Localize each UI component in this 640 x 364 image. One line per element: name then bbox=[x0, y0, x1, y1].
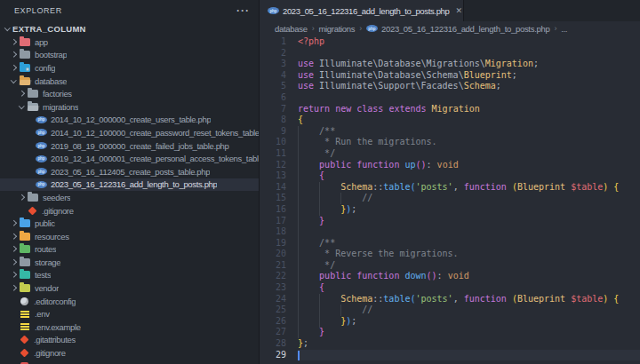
code-token: { bbox=[613, 182, 619, 192]
breadcrumb-item[interactable]: database bbox=[275, 24, 308, 34]
code-token bbox=[298, 327, 319, 336]
code-token: Blueprint bbox=[517, 182, 565, 192]
line-number-gutter: 1234567891011121314151617181920212223242… bbox=[260, 36, 286, 364]
code-line[interactable]: }); bbox=[298, 204, 640, 216]
tab-active-file[interactable]: 2023_05_16_122316_add_length_to_posts.ph… bbox=[260, 0, 464, 21]
code-line[interactable]: }; bbox=[298, 338, 640, 350]
tree-item-.editorconfig[interactable]: .editorconfig bbox=[0, 295, 259, 308]
tree-item-label: 2014_10_12_100000_create_password_reset_… bbox=[51, 128, 259, 138]
code-token bbox=[298, 193, 362, 202]
code-line[interactable]: /** bbox=[298, 238, 640, 249]
tree-item-tests[interactable]: tests bbox=[0, 269, 259, 282]
line-number: 14 bbox=[260, 182, 286, 194]
tree-item-public[interactable]: public bbox=[0, 217, 259, 230]
code-line[interactable]: }); bbox=[298, 316, 640, 328]
tree-item-.gitignore[interactable]: .gitignore bbox=[0, 204, 259, 218]
code-line[interactable]: */ bbox=[298, 260, 640, 272]
tree-item-label: .gitignore bbox=[42, 206, 74, 216]
tree-item-2023_05_16_122316_add_length_to_posts.php[interactable]: 2023_05_16_122316_add_length_to_posts.ph… bbox=[0, 178, 259, 192]
close-tab-icon[interactable] bbox=[454, 6, 463, 16]
breadcrumb-item[interactable]: ... bbox=[561, 24, 567, 34]
tree-item-2019_08_19_000000_create_failed_jobs_table.php[interactable]: 2019_08_19_000000_create_failed_jobs_tab… bbox=[0, 139, 259, 153]
tree-item-migrations[interactable]: migrations bbox=[0, 100, 259, 114]
tree-item-cut-off[interactable] bbox=[0, 360, 259, 364]
code-token: table bbox=[383, 294, 410, 304]
tree-item-database[interactable]: database bbox=[0, 75, 259, 88]
tree-item-label: .gitignore bbox=[34, 348, 66, 358]
breadcrumb-item[interactable]: migrations bbox=[318, 24, 355, 34]
code-line[interactable]: { bbox=[298, 115, 640, 126]
code-line[interactable]: public function down(): void bbox=[298, 271, 640, 282]
tree-item-.gitattributes[interactable]: .gitattributes bbox=[0, 334, 259, 347]
chevron-right-icon bbox=[9, 257, 19, 266]
tree-item-factories[interactable]: factories bbox=[0, 87, 259, 100]
code-line[interactable] bbox=[298, 350, 640, 361]
tree-item-vendor[interactable]: vendor bbox=[0, 281, 259, 295]
folder-open-icon bbox=[20, 77, 30, 85]
code-line[interactable] bbox=[298, 92, 640, 104]
code-token: 'posts' bbox=[415, 294, 452, 304]
breadcrumb-item[interactable]: 2023_05_16_122316_add_length_to_posts.ph… bbox=[381, 24, 550, 34]
code-line[interactable]: return new class extends Migration bbox=[298, 104, 640, 115]
chevron-right-icon bbox=[17, 193, 27, 202]
tree-item-label: .gitattributes bbox=[34, 335, 76, 344]
code-token: Blueprint bbox=[517, 294, 565, 304]
tree-item-storage[interactable]: storage bbox=[0, 256, 259, 269]
folder-icon bbox=[20, 258, 30, 266]
code-area[interactable]: 1234567891011121314151617181920212223242… bbox=[260, 36, 640, 364]
tree-item-2019_12_14_000001_create_personal_access_tokens_table.php[interactable]: 2019_12_14_000001_create_personal_access… bbox=[0, 152, 259, 165]
code-line[interactable]: { bbox=[298, 170, 640, 182]
line-number: 1 bbox=[260, 36, 286, 48]
git-icon bbox=[20, 349, 29, 358]
code-line[interactable]: use Illuminate\Support\Facades\Schema; bbox=[298, 81, 640, 92]
code-line[interactable]: * Reverse the migrations. bbox=[298, 249, 640, 260]
code-token: function bbox=[464, 294, 507, 304]
code-line[interactable]: Schema::table('posts', function (Bluepri… bbox=[298, 294, 640, 305]
code-line[interactable]: // bbox=[298, 193, 640, 204]
tree-item-config[interactable]: config bbox=[0, 61, 259, 75]
code-token: Illuminate\Database\Migrations\ bbox=[319, 59, 485, 68]
code-line[interactable] bbox=[298, 48, 640, 59]
tree-item-2014_10_12_100000_create_password_reset_tokens_table.php[interactable]: 2014_10_12_100000_create_password_reset_… bbox=[0, 126, 259, 139]
code-token: Schema bbox=[340, 182, 372, 192]
tree-item-resources[interactable]: resources bbox=[0, 230, 259, 243]
tree-item-.gitignore[interactable]: .gitignore bbox=[0, 346, 259, 360]
code-line[interactable]: <?php bbox=[298, 36, 640, 48]
code-line[interactable]: use Illuminate\Database\Schema\Blueprint… bbox=[298, 70, 640, 82]
tree-item-2014_10_12_000000_create_users_table.php[interactable]: 2014_10_12_000000_create_users_table.php bbox=[0, 114, 259, 127]
tree-item-routes[interactable]: routes bbox=[0, 243, 259, 257]
code-token: } bbox=[319, 216, 324, 226]
code-line[interactable]: { bbox=[298, 282, 640, 294]
code-line[interactable]: } bbox=[298, 216, 640, 227]
tree-item-app[interactable]: app bbox=[0, 36, 259, 49]
code-token: // bbox=[362, 305, 372, 314]
code-line[interactable]: public function up(): void bbox=[298, 160, 640, 171]
tree-item-.env[interactable]: .env bbox=[0, 307, 259, 320]
tree-item-2023_05_16_112405_create_posts_table.php[interactable]: 2023_05_16_112405_create_posts_table.php bbox=[0, 165, 259, 178]
code-line[interactable]: Schema::table('posts', function (Bluepri… bbox=[298, 182, 640, 194]
code-line[interactable] bbox=[298, 226, 640, 238]
code-line[interactable]: /** bbox=[298, 126, 640, 138]
code-line[interactable]: } bbox=[298, 327, 640, 338]
tree-item-.env.example[interactable]: .env.example bbox=[0, 320, 259, 334]
tree-item-seeders[interactable]: seeders bbox=[0, 191, 259, 204]
folder-icon bbox=[20, 271, 30, 279]
line-number: 17 bbox=[260, 216, 286, 227]
workspace-root-item[interactable]: EXTRA_COLUMN bbox=[0, 21, 259, 36]
code-token bbox=[298, 260, 324, 270]
tree-item-bootstrap[interactable]: bootstrap bbox=[0, 49, 259, 62]
code-token: void bbox=[448, 271, 469, 281]
code-line[interactable]: use Illuminate\Database\Migrations\Migra… bbox=[298, 59, 640, 70]
code-token: /** bbox=[319, 126, 335, 136]
line-number: 21 bbox=[260, 260, 286, 272]
code-token: () bbox=[416, 160, 427, 170]
code-content[interactable]: <?phpuse Illuminate\Database\Migrations\… bbox=[298, 36, 640, 364]
code-line[interactable]: * Run the migrations. bbox=[298, 137, 640, 148]
more-actions-icon[interactable] bbox=[236, 8, 250, 13]
code-line[interactable]: */ bbox=[298, 148, 640, 160]
code-token: public bbox=[319, 160, 351, 170]
code-token: function bbox=[356, 160, 399, 170]
code-token: { bbox=[298, 115, 303, 124]
indent-guide bbox=[340, 193, 341, 204]
code-line[interactable]: // bbox=[298, 305, 640, 316]
